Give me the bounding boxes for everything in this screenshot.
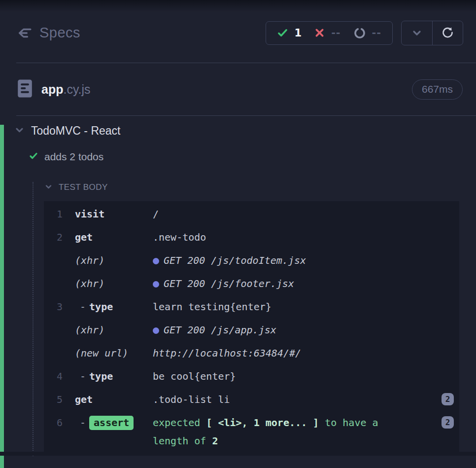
indent-guide [33,182,34,456]
spec-duration-badge: 667ms [412,79,463,100]
element-count-badge: 2 [442,416,454,429]
passed-check-icon [277,27,288,38]
suite-header[interactable]: TodoMVC - React [0,124,476,138]
command-row[interactable]: 2get.new-todo [44,226,459,249]
suite-title: TodoMVC - React [31,124,121,138]
command-message: GET 200 /js/todoItem.jsx [153,252,459,270]
command-number [44,275,63,293]
command-message: GET 200 /js/footer.jsx [153,275,459,293]
failed-x-icon [314,28,325,38]
message-part: expected [153,417,206,429]
command-number: 6 [44,414,63,450]
command-name-text: (xhr) [75,254,104,266]
chevron-down-icon [15,125,24,137]
spec-file-row: app.cy.js 667ms [0,63,476,115]
passed-count: 1 [295,27,302,39]
command-row[interactable]: 1visit/ [44,203,459,226]
command-log: 1visit/2get.new-todo(xhr)GET 200 /js/tod… [44,201,459,456]
message-part: length of [153,435,212,447]
element-count-badge: 2 [442,393,454,405]
test-passed-check-icon [29,151,38,162]
command-name: (new url) [75,344,153,362]
run-controls [401,21,463,45]
command-name: -type [75,298,153,316]
message-part: / [153,208,159,220]
pending-count: -- [372,27,381,39]
message-line: length of 2 [153,432,429,450]
command-message: http://localhost:63484/#/ [153,344,459,362]
chevron-down-icon [45,183,52,192]
message-line: GET 200 /js/footer.jsx [153,275,429,293]
command-name: (xhr) [75,321,153,339]
message-line: .todo-list li [153,391,429,409]
command-row[interactable]: 3-typelearn testing{enter} [44,295,459,319]
command-number [44,344,63,362]
command-name: (xhr) [75,275,153,293]
command-row[interactable]: (new url)http://localhost:63484/#/ [44,342,459,365]
command-message: be cool{enter} [153,367,459,386]
message-part: to have a [319,417,378,429]
passed-accent-bar [0,125,4,468]
command-message: / [153,205,459,223]
rerun-tests-button[interactable] [432,21,463,45]
command-name-text: visit [75,208,104,220]
message-line: learn testing{enter} [153,298,429,316]
command-name: visit [75,205,153,223]
spec-file-ext: .cy.js [63,82,90,96]
command-name: -assert [75,414,153,450]
command-row[interactable]: (xhr)GET 200 /js/todoItem.jsx [44,249,459,272]
command-name-text: (xhr) [75,278,104,289]
spec-file-icon [17,79,33,100]
test-body-label: TEST BODY [59,182,108,192]
command-name: get [75,228,153,247]
xhr-dot-icon [153,258,159,264]
pending-spinner-icon [354,27,366,39]
test-title: adds 2 todos [44,151,103,163]
message-part: GET 200 /js/app.jsx [164,324,276,336]
message-part: GET 200 /js/footer.jsx [164,278,294,289]
command-name: -type [75,367,153,386]
test-stats: 1 -- -- [266,21,393,45]
message-line: http://localhost:63484/#/ [153,344,429,362]
command-name-text: get [75,394,93,405]
command-message: .new-todo [153,228,459,247]
command-row[interactable]: 4-typebe cool{enter} [44,365,459,388]
bottom-strip [0,452,476,456]
message-part: .todo-list li [153,394,230,405]
xhr-dot-icon [153,327,159,334]
command-number: 3 [44,298,63,316]
message-line: expected [ <li>, 1 more... ] to have a [153,414,429,432]
assert-badge: assert [89,416,134,430]
command-number: 5 [44,391,63,409]
command-name: (xhr) [75,252,153,270]
command-name-text: type [89,370,113,382]
spec-file-name[interactable]: app.cy.js [41,82,91,97]
test-body-header[interactable]: TEST BODY [0,181,476,193]
message-part: [ <li>, 1 more... ] [206,417,319,429]
collapse-all-button[interactable] [402,21,432,45]
command-name-text: (xhr) [75,324,104,336]
specs-list-toggle-icon[interactable] [16,25,33,41]
test-row[interactable]: adds 2 todos [0,150,476,164]
message-line: / [153,205,429,223]
message-line: GET 200 /js/todoItem.jsx [153,252,429,270]
suite-area: TodoMVC - React adds 2 todos TEST BODY 1… [0,124,476,456]
command-row[interactable]: (xhr)GET 200 /js/footer.jsx [44,272,459,295]
message-line: .new-todo [153,228,429,247]
command-number: 1 [44,205,63,223]
message-line: be cool{enter} [153,367,429,386]
command-message: expected [ <li>, 1 more... ] to have ale… [153,414,459,450]
command-row[interactable]: 6-assertexpected [ <li>, 1 more... ] to … [44,411,459,453]
command-number: 4 [44,367,63,386]
message-part: learn testing{enter} [153,301,272,313]
spec-divider [16,115,476,116]
message-part: http://localhost:63484/#/ [153,347,301,359]
page-title: Specs [39,25,80,41]
command-row[interactable]: 5get.todo-list li2 [44,388,459,411]
message-part: 2 [212,435,218,447]
command-name-text: (new url) [75,347,128,359]
command-name-text: type [89,301,113,313]
command-dash: - [80,370,86,382]
command-name-text: get [75,231,93,243]
command-row[interactable]: (xhr)GET 200 /js/app.jsx [44,319,459,342]
